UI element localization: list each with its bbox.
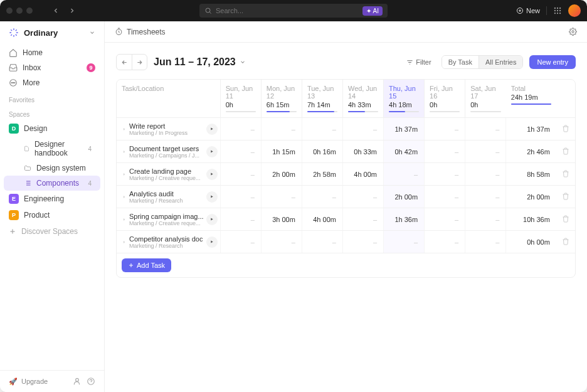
delete-row-button[interactable] [556, 163, 575, 186]
time-cell-empty[interactable]: – [261, 231, 302, 253]
filter-button[interactable]: Filter [403, 56, 435, 68]
sidebar-item-design-system[interactable]: Design system [4, 161, 100, 176]
time-cell-empty[interactable]: – [220, 231, 261, 253]
play-button[interactable] [206, 146, 218, 157]
time-cell-empty[interactable]: – [425, 163, 465, 186]
settings-icon[interactable] [569, 28, 577, 36]
time-cell-empty[interactable]: – [425, 208, 465, 231]
time-cell[interactable]: 0h 42m [384, 140, 425, 163]
delete-row-button[interactable] [556, 186, 575, 208]
play-button[interactable] [206, 169, 218, 180]
play-button[interactable] [206, 124, 218, 135]
space-design[interactable]: D Design [0, 120, 104, 137]
row-total: 8h 58m [506, 163, 556, 186]
ai-badge[interactable]: ✦AI [362, 6, 383, 16]
sidebar-item-components[interactable]: Components 4 [4, 176, 100, 191]
search-bar[interactable]: ✦AI [199, 4, 388, 18]
time-cell-empty[interactable]: – [220, 163, 261, 186]
user-icon[interactable] [73, 377, 82, 386]
help-icon[interactable] [87, 377, 95, 386]
time-cell[interactable]: 4h 00m [342, 163, 383, 186]
time-cell-empty[interactable]: – [465, 231, 506, 253]
delete-row-button[interactable] [556, 231, 575, 253]
time-cell-empty[interactable]: – [342, 186, 383, 208]
add-task-button[interactable]: Add Task [122, 258, 171, 272]
play-button[interactable] [206, 236, 218, 248]
time-cell-empty[interactable]: – [302, 186, 342, 208]
time-cell-empty[interactable]: – [261, 186, 302, 208]
time-cell-empty[interactable]: – [302, 231, 342, 253]
date-range-picker[interactable]: Jun 11 – 17, 2023 [154, 56, 246, 68]
time-cell[interactable]: 2h 00m [261, 163, 302, 186]
row-total: 0h 00m [506, 231, 556, 253]
delete-row-button[interactable] [556, 208, 575, 231]
new-entry-button[interactable]: New entry [529, 55, 576, 69]
nav-home[interactable]: Home [5, 45, 99, 60]
search-input[interactable] [216, 7, 357, 14]
time-cell-empty[interactable]: – [261, 118, 302, 140]
time-cell-empty[interactable]: – [342, 231, 383, 253]
time-cell-empty[interactable]: – [302, 118, 342, 140]
time-cell[interactable]: 0h 33m [342, 140, 383, 163]
caret-right-icon[interactable] [122, 149, 127, 154]
time-cell-empty[interactable]: – [342, 118, 383, 140]
next-week-button[interactable] [132, 55, 147, 70]
prev-week-button[interactable] [117, 55, 132, 70]
sidebar-item-designer-handbook[interactable]: Designer handbook 4 [4, 137, 100, 161]
caret-right-icon[interactable] [122, 240, 127, 245]
time-cell[interactable]: 0h 16m [302, 140, 342, 163]
doc-icon [24, 145, 29, 152]
time-cell-empty[interactable]: – [220, 140, 261, 163]
time-cell-empty[interactable]: – [465, 118, 506, 140]
spark-icon [9, 28, 19, 38]
time-cell[interactable]: 2h 58m [302, 163, 342, 186]
workspace-switcher[interactable]: Ordinary [0, 21, 104, 44]
space-product[interactable]: P Product [0, 207, 104, 223]
time-cell-empty[interactable]: – [425, 231, 465, 253]
time-cell-empty[interactable]: – [465, 208, 506, 231]
caret-right-icon[interactable] [122, 172, 127, 177]
time-cell-empty[interactable]: – [384, 163, 425, 186]
time-cell-empty[interactable]: – [465, 163, 506, 186]
time-cell-empty[interactable]: – [220, 208, 261, 231]
window-controls[interactable] [6, 8, 33, 14]
time-cell[interactable]: 1h 37m [384, 118, 425, 140]
nav-forward-button[interactable] [65, 4, 79, 18]
space-engineering[interactable]: E Engineering [0, 191, 104, 207]
time-cell-empty[interactable]: – [425, 140, 465, 163]
time-cell[interactable]: 4h 00m [302, 208, 342, 231]
time-cell[interactable]: 1h 15m [261, 140, 302, 163]
caret-right-icon[interactable] [122, 127, 127, 132]
nav-more[interactable]: More [5, 75, 99, 90]
row-total: 10h 36m [506, 208, 556, 231]
time-cell-empty[interactable]: – [342, 208, 383, 231]
view-by-task[interactable]: By Task [442, 56, 479, 68]
time-cell-empty[interactable]: – [465, 186, 506, 208]
time-cell[interactable]: 1h 36m [384, 208, 425, 231]
time-cell-empty[interactable]: – [220, 186, 261, 208]
upgrade-button[interactable]: 🚀Upgrade [9, 378, 68, 386]
time-cell-empty[interactable]: – [465, 140, 506, 163]
time-cell-empty[interactable]: – [220, 118, 261, 140]
caret-right-icon[interactable] [122, 217, 127, 222]
play-button[interactable] [206, 191, 218, 203]
avatar[interactable] [568, 4, 581, 17]
nav-back-button[interactable] [49, 4, 63, 18]
time-cell[interactable]: 3h 00m [261, 208, 302, 231]
delete-row-button[interactable] [556, 118, 575, 140]
time-cell-empty[interactable]: – [425, 186, 465, 208]
time-cell[interactable]: 2h 00m [384, 186, 425, 208]
caret-right-icon[interactable] [122, 194, 127, 199]
new-button[interactable]: New [516, 7, 540, 14]
nav-inbox[interactable]: Inbox 9 [5, 60, 99, 75]
discover-spaces[interactable]: Discover Spaces [0, 223, 104, 240]
time-cell-empty[interactable]: – [425, 118, 465, 140]
page-title: Timesheets [127, 28, 166, 36]
delete-row-button[interactable] [556, 140, 575, 163]
apps-icon[interactable] [553, 6, 562, 15]
view-all-entries[interactable]: All Entries [479, 56, 523, 68]
col-day-2: Tue, Jun 137h 14m [302, 80, 342, 118]
favorites-label: Favorites [0, 92, 104, 106]
time-cell-empty[interactable]: – [384, 231, 425, 253]
play-button[interactable] [206, 214, 218, 225]
